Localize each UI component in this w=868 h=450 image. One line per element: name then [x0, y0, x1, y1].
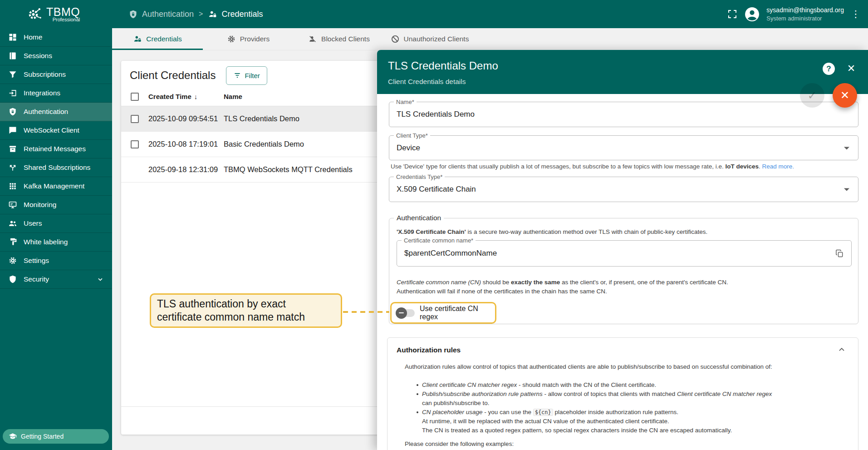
cn-regex-toggle[interactable]: [397, 309, 415, 317]
authorization-bullet-3-line2: At runtime, it will be replaced with the…: [422, 418, 669, 425]
authentication-fieldset: Authentication 'X.509 Certificate Chain'…: [389, 218, 858, 324]
panel-header: TLS Credentials Demo Client Credentials …: [377, 50, 868, 94]
sort-desc-icon[interactable]: ↓: [194, 93, 198, 100]
help-icon[interactable]: ?: [823, 63, 835, 75]
people-icon: [8, 219, 17, 228]
authorization-intro: Authorization rules allow control of top…: [405, 363, 772, 370]
cell-created-time: 2025-10-08 17:19:01: [148, 140, 224, 148]
read-more-link[interactable]: Read more.: [762, 163, 794, 170]
panel-title: TLS Credentials Demo: [388, 59, 498, 72]
person-off-icon: [308, 35, 317, 44]
sidebar-item-retained-messages[interactable]: Retained Messages: [0, 140, 112, 158]
client-type-select[interactable]: Client Type* Device: [389, 135, 858, 160]
user-info: sysadmin@thingsboard.org System administ…: [766, 6, 844, 22]
cn-note: Certificate common name (CN) should be e…: [397, 278, 728, 296]
block-icon: [391, 35, 400, 44]
credentials-type-value: X.509 Certificate Chain: [397, 185, 476, 194]
bullet-dot: [417, 393, 418, 395]
sidebar-item-subscriptions[interactable]: Subscriptions: [0, 65, 112, 84]
shield-icon: [8, 275, 17, 284]
breadcrumb: Authentication > Credentials: [128, 10, 263, 19]
breadcrumb-authentication[interactable]: Authentication: [128, 10, 194, 19]
page-title: Client Credentials: [130, 69, 216, 82]
getting-started-button[interactable]: Getting Started: [3, 429, 109, 444]
tab-credentials[interactable]: Credentials: [112, 28, 203, 50]
column-created-time[interactable]: Created Time: [148, 93, 191, 100]
sidebar-item-integrations[interactable]: Integrations: [0, 84, 112, 103]
sidebar-item-home[interactable]: Home: [0, 28, 112, 47]
sidebar-item-shared-subscriptions[interactable]: Shared Subscriptions: [0, 158, 112, 177]
client-type-label: Client Type*: [394, 132, 430, 139]
paint-roller-icon: [8, 237, 17, 247]
sidebar-item-sessions[interactable]: Sessions: [0, 47, 112, 65]
chevron-down-icon: [844, 147, 849, 149]
authentication-legend: Authentication: [394, 214, 444, 222]
authorization-bullet-3: CN placeholder usage - you can use the $…: [422, 409, 678, 415]
panel-body: Name* Client Type* Device Use 'Device' t…: [377, 94, 868, 450]
certificate-common-name-field[interactable]: Certificate common name*: [397, 240, 852, 267]
annotation-line2: certificate common name match: [157, 311, 341, 324]
gear-icon: [227, 35, 236, 44]
authorization-bullet-1: Client certificate CN matcher regex - sh…: [422, 381, 656, 388]
cn-regex-toggle-highlight: Use certificate CN regex: [390, 302, 496, 324]
select-all-checkbox[interactable]: [131, 93, 139, 101]
panel-subtitle: Client Credentials details: [388, 78, 466, 86]
authorization-bullet-3-line3: The CN is treated as a quoted regex patt…: [422, 427, 732, 434]
breadcrumb-credentials[interactable]: Credentials: [208, 10, 263, 19]
annotation-callout: TLS authentication by exact certificate …: [150, 293, 342, 328]
sidebar-item-security[interactable]: Security: [0, 270, 112, 289]
chevron-down-icon[interactable]: [97, 276, 104, 283]
cn-regex-toggle-label: Use certificate CN regex: [420, 305, 495, 321]
monitor-icon: [8, 200, 17, 209]
fullscreen-icon[interactable]: [727, 9, 738, 20]
avatar[interactable]: [744, 6, 760, 23]
shield-lock-icon: [8, 107, 17, 116]
chevron-down-icon: [844, 188, 849, 191]
authorization-examples-intro: Please consider the following examples:: [405, 440, 514, 447]
sidebar-item-kafka-management[interactable]: Kafka Management: [0, 177, 112, 196]
person-lock-icon: [208, 10, 217, 19]
authorization-bullet-2: Publish/subscribe authorization rule pat…: [422, 391, 772, 397]
sidebar-item-white-labeling[interactable]: White labeling: [0, 233, 112, 252]
name-input[interactable]: [397, 102, 834, 127]
row-checkbox[interactable]: [131, 140, 139, 148]
tbmq-gear-logo-icon: [25, 5, 44, 23]
shield-lock-icon: [128, 10, 138, 19]
more-vert-icon[interactable]: ⋮: [850, 7, 862, 21]
sidebar-item-monitoring[interactable]: Monitoring: [0, 196, 112, 214]
tbmq-app: TBMQ Professional Authentication > Crede…: [0, 0, 868, 450]
tbmq-logo[interactable]: TBMQ Professional: [0, 5, 112, 23]
sidebar-item-authentication[interactable]: Authentication: [0, 103, 112, 121]
breadcrumb-separator: >: [199, 10, 203, 18]
sidebar-item-websocket-client[interactable]: WebSocket Client: [0, 121, 112, 140]
archive-icon: [8, 144, 17, 153]
client-type-hint: Use 'Device' type for clients that usual…: [391, 163, 794, 170]
copy-icon[interactable]: [835, 249, 844, 258]
bullet-dot: [417, 411, 418, 413]
user-email: sysadmin@thingsboard.org: [766, 6, 844, 14]
grid-apps-icon: [8, 182, 17, 191]
tab-providers[interactable]: Providers: [203, 28, 294, 50]
name-field[interactable]: Name*: [389, 102, 858, 127]
credentials-type-select[interactable]: Credentials Type* X.509 Certificate Chai…: [389, 177, 858, 202]
filter-button[interactable]: Filter: [226, 66, 267, 85]
cn-placeholder-code: ${cn}: [533, 409, 553, 416]
sidebar-item-users[interactable]: Users: [0, 214, 112, 233]
apply-changes-fab[interactable]: ✓: [800, 83, 824, 108]
cancel-changes-fab[interactable]: ✕: [833, 83, 857, 108]
close-icon[interactable]: ✕: [844, 62, 858, 75]
input-icon: [8, 89, 17, 98]
certificate-common-name-input[interactable]: [404, 241, 827, 266]
annotation-line1: TLS authentication by exact: [157, 297, 341, 311]
sidebar-item-settings[interactable]: Settings: [0, 252, 112, 270]
cell-created-time: 2025-10-09 09:54:51: [148, 114, 224, 123]
toggle-thumb-icon: [396, 307, 407, 319]
school-icon: [9, 432, 17, 440]
chevron-up-icon[interactable]: [837, 345, 846, 354]
row-checkbox[interactable]: [131, 115, 139, 123]
credentials-type-label: Credentials Type*: [394, 173, 445, 180]
tab-unauthorized-clients[interactable]: Unauthorized Clients: [384, 28, 475, 50]
authorization-bullet-2-line2: can publish/subscribe to.: [422, 400, 490, 406]
gear-icon: [8, 256, 17, 265]
tab-blocked-clients[interactable]: Blocked Clients: [294, 28, 384, 50]
